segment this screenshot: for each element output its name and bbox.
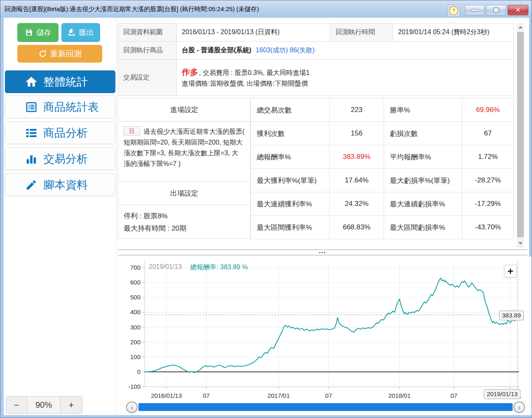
stats-row: 總交易次數 223 勝率% 69.96% [251, 98, 514, 122]
save-button[interactable]: 儲存 [17, 23, 59, 42]
stats-row: 獲利次數 156 虧損次數 67 [251, 122, 514, 145]
scrollbar-thumb[interactable] [517, 32, 524, 237]
chart-header-date: 2019/01/13 [149, 263, 182, 272]
chart-zoom-in-button[interactable]: + [504, 265, 517, 278]
stat-label: 最大連續獲利率% [251, 192, 330, 216]
stat-value: 67 [462, 122, 514, 145]
save-label: 儲存 [36, 28, 51, 37]
exit-settings-header: 出場設定 [118, 182, 250, 205]
stat-label: 最大虧損率%(單筆) [384, 169, 462, 192]
info-row-trade-settings: 交易設定 作多, 交易費用 : 股票0.3%, 最大同時進場1 進場價格:當期收… [118, 60, 514, 96]
bar-chart-icon [25, 153, 37, 165]
app-window: 回測報告[選股](Beta版):過去很少大漲而近期常大漲的股票[台股] (執行時… [0, 0, 532, 418]
app-body: 儲存 匯出 重新回測 整體統計 [4, 18, 529, 415]
stat-label: 總交易次數 [251, 98, 330, 122]
info-value: 台股 - 普通股全部(系統) 1603(成功) 86(失敗) [177, 42, 514, 60]
minimize-button[interactable] [465, 5, 485, 15]
svg-text:2016/01/13: 2016/01/13 [151, 392, 182, 399]
svg-text:07: 07 [450, 392, 457, 399]
svg-text:-100: -100 [128, 383, 141, 390]
value-crosshair-tooltip: 383.89 [499, 311, 524, 320]
chart-header: 2019/01/13 總報酬率: 383.89 % [149, 263, 248, 272]
entry-settings-header: 進場設定 [118, 98, 250, 121]
stats-row: 最大獲利率%(單筆) 17.64% 最大虧損率%(單筆) -28.27% [251, 169, 514, 192]
chart-scroll-left-button[interactable]: ‹ [126, 402, 138, 413]
chart-scroll-right-button[interactable]: › [513, 402, 525, 413]
save-icon [25, 28, 33, 37]
list-icon [25, 127, 37, 139]
sidebar-item-trade-analysis[interactable]: 交易分析 [5, 147, 115, 170]
exit-settings-description: 停利 : 股票8% 最大持有時間 : 20期 [118, 205, 250, 240]
zoom-out-button[interactable]: − [6, 396, 27, 414]
trade-settings-line1: , 交易費用 : 股票0.3%, 最大同時進場1 [199, 69, 309, 76]
stat-value: 17.64% [330, 169, 384, 192]
scroll-up-button[interactable] [517, 23, 524, 31]
maximize-icon [493, 7, 499, 13]
sidebar-item-label: 腳本資料 [43, 177, 88, 192]
stat-label: 勝率% [384, 98, 462, 122]
sidebar-item-label: 整體統計 [43, 75, 88, 89]
info-row-range: 回測資料範圍 2016/01/13 - 2019/01/13 (日資料) 回測執… [118, 23, 514, 42]
return-curve-chart[interactable]: 2016/01/13072017/01072018/01072019/01700… [118, 257, 529, 402]
stat-value: 223 [330, 98, 384, 122]
svg-text:400: 400 [130, 308, 141, 315]
exit-rule-take-profit: 停利 : 股票8% [124, 210, 245, 222]
close-button[interactable]: ✕ [508, 5, 528, 15]
zoom-in-button[interactable]: + [60, 396, 82, 414]
svg-text:300: 300 [130, 324, 141, 331]
sidebar-item-product-analysis[interactable]: 商品分析 [5, 121, 115, 144]
svg-text:600: 600 [130, 279, 141, 286]
export-button[interactable]: 匯出 [61, 23, 100, 42]
sidebar-item-label: 交易分析 [43, 152, 88, 166]
info-value: 2016/01/13 - 2019/01/13 (日資料) [177, 23, 330, 42]
sidebar-item-overall-stats[interactable]: 整體統計 [5, 70, 115, 93]
window-title: 回測報告[選股](Beta版):過去很少大漲而近期常大漲的股票[台股] (執行時… [5, 0, 259, 18]
stat-value: -17.29% [462, 192, 514, 216]
chevron-right-icon: › [518, 404, 520, 411]
stat-value: -28.27% [462, 169, 514, 192]
scroll-down-button[interactable] [517, 239, 524, 248]
minimize-icon [471, 9, 478, 12]
svg-text:2017/01: 2017/01 [267, 392, 290, 399]
product-result-link[interactable]: 1603(成功) 86(失敗) [255, 47, 314, 54]
stat-label: 最大區間獲利率% [251, 216, 330, 239]
stat-value: 1.72% [462, 145, 514, 169]
list-alt-icon [25, 101, 37, 113]
sidebar-item-label: 商品分析 [43, 126, 88, 140]
plus-icon: + [507, 266, 513, 277]
export-icon [68, 28, 76, 37]
panel-splitter[interactable]: ••• [118, 250, 527, 255]
daily-frequency-badge: 日 [124, 126, 140, 135]
svg-text:07: 07 [325, 392, 332, 399]
backtest-info-table: 回測資料範圍 2016/01/13 - 2019/01/13 (日資料) 回測執… [118, 23, 514, 96]
sidebar-item-script-data[interactable]: 腳本資料 [5, 173, 115, 196]
stat-label: 總報酬率% [251, 145, 330, 169]
stat-label: 獲利次數 [251, 122, 330, 145]
stats-row: 最大連續獲利率% 24.32% 最大連續虧損率% -17.29% [251, 192, 514, 216]
rerun-backtest-button[interactable]: 重新回測 [17, 45, 102, 63]
svg-text:2018/01: 2018/01 [388, 392, 410, 399]
arrow-up-icon [518, 26, 523, 28]
svg-text:100: 100 [130, 353, 141, 360]
splitter-dots: ••• [319, 250, 326, 255]
maximize-button[interactable] [486, 5, 506, 15]
info-value: 2019/01/14 05:24 (費時2分3秒) [393, 23, 514, 42]
svg-text:700: 700 [130, 264, 141, 271]
stat-value: 383.89% [330, 145, 384, 169]
chart-section: 2016/01/13072017/01072018/01072019/01700… [118, 257, 532, 415]
stat-label: 最大區間虧損率% [384, 216, 462, 239]
info-label: 回測資料範圍 [118, 23, 177, 42]
help-button[interactable]: ? [448, 5, 460, 17]
info-label: 交易設定 [118, 60, 177, 96]
info-label: 回測執行商品 [118, 42, 177, 60]
rerun-label: 重新回測 [50, 49, 82, 59]
vertical-scrollbar[interactable] [517, 23, 524, 248]
direction-badge: 作多 [182, 68, 198, 77]
chart-horizontal-scrollbar[interactable] [138, 403, 513, 411]
titlebar: 回測報告[選股](Beta版):過去很少大漲而近期常大漲的股票[台股] (執行時… [0, 0, 532, 18]
zoom-level: 90% [27, 396, 60, 414]
chevron-left-icon: ‹ [131, 404, 133, 411]
sidebar-item-product-stats-table[interactable]: 商品統計表 [5, 96, 115, 118]
entry-exit-settings-panel: 進場設定 日過去很少大漲而近期常大漲的股票( 短期期區間=20, 長天期區間=2… [118, 98, 251, 239]
svg-text:200: 200 [130, 339, 141, 346]
